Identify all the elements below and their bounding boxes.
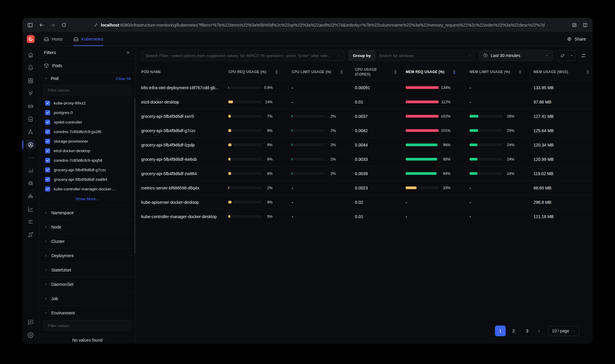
sidebar-charts-icon[interactable]: [26, 204, 35, 213]
reload-icon[interactable]: [61, 22, 67, 28]
filter-group-statefulset[interactable]: Statefulset: [39, 263, 136, 277]
pod-filter-option[interactable]: etcd-docker-desktop: [39, 146, 136, 155]
filter-group-daemonset[interactable]: DaemonSet: [39, 277, 136, 291]
forward-icon[interactable]: [50, 22, 56, 28]
sidebar-billing-icon[interactable]: [26, 217, 35, 226]
sort-icon[interactable]: [519, 70, 521, 74]
checkbox-checked-icon[interactable]: [45, 120, 50, 125]
sort-icon[interactable]: [340, 70, 343, 74]
filter-group-deployment[interactable]: Deployment: [39, 248, 136, 263]
group-by-attribute-input[interactable]: [375, 50, 475, 61]
share-button[interactable]: Share: [567, 32, 586, 46]
pod-filter-option[interactable]: grocery-api-5fb4f9d6df-zw864: [39, 175, 136, 184]
environment-filter-input[interactable]: [44, 320, 131, 331]
checkbox-checked-icon[interactable]: [45, 148, 50, 153]
column-header-cpu_req[interactable]: CPU REQ USAGE (%): [228, 70, 292, 74]
sidebar-support-icon[interactable]: [26, 318, 35, 327]
column-header-cpu_limit[interactable]: CPU LIMIT USAGE (%): [292, 70, 355, 74]
filter-group-cluster[interactable]: Cluster: [39, 234, 136, 248]
pod-filter-option[interactable]: vpnkit-controller: [39, 117, 136, 127]
column-header-mem_wss[interactable]: MEM USAGE (WSS): [533, 70, 593, 74]
column-header-mem_limit[interactable]: MEM LIMIT USAGE (%): [470, 70, 533, 74]
previous-page-icon[interactable]: [485, 326, 492, 336]
page-button-2[interactable]: 2: [508, 326, 519, 336]
table-row[interactable]: grocery-api-5fb4f9d6df-4w6sb6%2%0.003395…: [141, 152, 593, 166]
column-header-mem_req[interactable]: MEM REQ USAGE (%): [406, 70, 470, 74]
refresh-button[interactable]: [557, 50, 568, 61]
checkbox-checked-icon[interactable]: [45, 167, 50, 172]
tab-kubernetes[interactable]: Kubernetes: [73, 32, 103, 46]
pod-filter-option[interactable]: grocery-api-5fb4f9d6df-g7czc: [39, 165, 136, 175]
pod-filter-option[interactable]: kube-proxy-89xz2: [39, 98, 136, 108]
table-row[interactable]: kube-apiserver-docker-desktop9%-0.02--29…: [141, 195, 593, 209]
panel-scrollbar[interactable]: [134, 98, 135, 254]
clear-all-link[interactable]: Clear All: [116, 76, 131, 81]
column-header-cpu_cores[interactable]: CPU USAGE (CORES): [355, 67, 406, 77]
reader-mode-icon[interactable]: [572, 22, 577, 28]
pod-filter-input[interactable]: [44, 85, 131, 95]
table-row[interactable]: metrics-server-bf688598-d6q4x2%-0.002333…: [141, 181, 593, 195]
sort-icon[interactable]: [394, 70, 397, 74]
logo-container[interactable]: [22, 32, 39, 46]
sidebar-traces-icon[interactable]: [26, 127, 35, 136]
table-row[interactable]: kube-controller-manager-docker-desktop5%…: [141, 209, 593, 223]
sidebar-explorer-icon[interactable]: [26, 192, 35, 200]
table-settings-icon[interactable]: [579, 53, 587, 58]
search-filter-input[interactable]: [141, 50, 344, 61]
sidebar-kubernetes-icon[interactable]: [26, 140, 35, 149]
table-row[interactable]: grocery-api-5fb4f9d6df-g7czc8%2%0.004210…: [141, 123, 593, 138]
pod-option-label: storage-provisioner: [54, 139, 88, 144]
filter-group-environment[interactable]: Environment: [39, 306, 136, 320]
filter-group-job[interactable]: Job: [39, 291, 136, 306]
sort-icon[interactable]: [587, 70, 589, 74]
table-row[interactable]: grocery-api-5fb4f9d6df-lzpdp9%2%0.004496…: [141, 138, 593, 152]
split-view-icon[interactable]: [582, 22, 588, 28]
address-bar[interactable]: localhost:8080/infrastructure-monitoring…: [72, 23, 566, 27]
pod-filter-option[interactable]: kube-controller-manager-docker-...: [39, 184, 136, 194]
sidebar-more-icon[interactable]: [26, 153, 35, 162]
sidebar-metrics-icon[interactable]: [26, 166, 35, 175]
filter-group-node[interactable]: Node: [39, 220, 136, 234]
sidebar-pipelines-icon[interactable]: [26, 230, 35, 239]
collapse-panel-icon[interactable]: [126, 50, 131, 55]
sidebar-infrastructure-icon[interactable]: [26, 102, 35, 111]
table-row[interactable]: etcd-docker-desktop14%-0.01112%-97.86 MB: [141, 95, 593, 109]
back-icon[interactable]: [39, 22, 44, 28]
checkbox-checked-icon[interactable]: [45, 177, 50, 182]
time-range-select[interactable]: Last 30 minutes: [479, 50, 553, 61]
checkbox-checked-icon[interactable]: [45, 110, 50, 115]
sidebar-onboarding-icon[interactable]: [26, 89, 35, 98]
sort-icon[interactable]: [453, 70, 456, 74]
checkbox-checked-icon[interactable]: [45, 186, 50, 192]
pods-section-header[interactable]: Pods: [39, 59, 136, 73]
sidebar-home-icon[interactable]: [26, 50, 35, 59]
table-row[interactable]: k8s-infra-otel-deployment-c8f767cdd-gb..…: [141, 80, 593, 95]
page-button-3[interactable]: 3: [522, 326, 533, 336]
pod-filter-option[interactable]: storage-provisioner: [39, 136, 136, 146]
sidebar-logs-icon[interactable]: [26, 115, 35, 124]
sidebar-settings-icon[interactable]: [26, 331, 35, 340]
pod-filter-option[interactable]: coredns-7c65d6cfc9-xpq56: [39, 155, 136, 165]
table-row[interactable]: grocery-api-5fb4f9d6df-xxrr57%2%0.003710…: [141, 109, 593, 123]
sort-icon[interactable]: [275, 70, 278, 74]
tab-label: Kubernetes: [81, 37, 103, 41]
page-button-1[interactable]: 1: [495, 326, 506, 336]
table-row[interactable]: grocery-api-5fb4f9d6df-zw8648%2%0.003994…: [141, 166, 593, 181]
page-size-select[interactable]: 10 / page: [548, 326, 579, 336]
tab-hosts[interactable]: Hosts: [44, 32, 63, 46]
sidebar-toggle-icon[interactable]: [27, 22, 33, 28]
filter-group-namespace[interactable]: Namespace: [39, 205, 136, 220]
pod-filter-option[interactable]: postgres-0: [39, 108, 136, 117]
checkbox-checked-icon[interactable]: [45, 139, 50, 144]
next-page-icon[interactable]: [535, 326, 543, 336]
show-more-link[interactable]: Show More...: [39, 197, 136, 201]
sidebar-dashboards-icon[interactable]: [26, 76, 35, 85]
pod-filter-group-header[interactable]: Pod Clear All: [39, 73, 136, 84]
pod-filter-option[interactable]: coredns-7c65d6cfc9-gx2t6: [39, 127, 136, 136]
checkbox-checked-icon[interactable]: [45, 129, 50, 134]
checkbox-checked-icon[interactable]: [45, 158, 50, 163]
sidebar-exceptions-icon[interactable]: [26, 179, 35, 188]
checkbox-checked-icon[interactable]: [45, 101, 50, 106]
sidebar-alerts-icon[interactable]: [26, 63, 35, 72]
refresh-interval-caret[interactable]: [568, 50, 575, 61]
